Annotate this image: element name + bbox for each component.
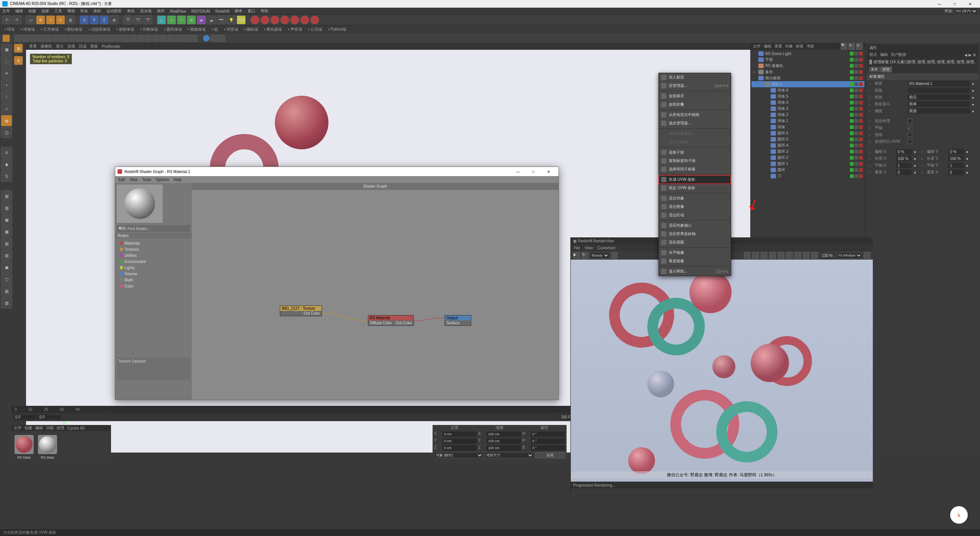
rs-button-1[interactable] [250,15,260,25]
tool-icon[interactable] [145,35,152,42]
node-category[interactable]: Materials [117,240,190,246]
tool-icon[interactable] [76,35,83,42]
menu-item[interactable]: Redshift [216,9,230,13]
tree-row[interactable]: 球体.5 [751,93,864,100]
tool-icon[interactable] [191,35,198,42]
tex-icon[interactable]: ▧ [1,297,12,309]
tree-row[interactable]: 刀 [751,173,864,179]
checkbox[interactable]: ✓ [908,126,912,130]
tree-row[interactable]: 球体.3 [751,106,864,112]
subtab-tag[interactable]: 标签 [880,67,892,72]
node-category[interactable]: Utilities [117,252,190,258]
texture-mode[interactable]: ▦ [1,115,12,126]
viewport-menu-item[interactable]: 显示 [56,44,64,49]
tree-row[interactable]: -空白.1 [751,81,864,87]
tree-row[interactable]: +备份 [751,69,864,75]
tool-icon[interactable] [106,35,113,42]
attr-value[interactable]: 1 [948,163,964,168]
attr-value[interactable]: 0 [896,170,911,175]
object-mode[interactable]: ⬚ [1,56,12,67]
context-menu-item[interactable]: 适合图像 [659,203,731,211]
node-category[interactable]: Color [117,283,190,289]
menu-item[interactable]: 体积 [93,8,101,14]
tool-icon[interactable] [60,35,67,42]
rv-tool-icon[interactable] [611,252,618,259]
workplane-mode[interactable]: ◫ [1,127,12,138]
shader-graph-window[interactable]: Redshift Shader Graph - RS Material.1 — … [115,167,559,400]
objmgr-tab[interactable]: 文件 [753,44,761,49]
tool-icon[interactable] [168,35,175,42]
viewport-menu-item[interactable]: 面板 [90,44,98,49]
menu-item[interactable]: INSYDIUM [191,9,210,13]
light-object[interactable]: 💡 [227,15,236,25]
tree-row[interactable]: 圆环.6 [751,130,864,136]
viewport-menu-item[interactable]: 查看 [29,44,37,49]
tool-icon[interactable] [91,35,98,42]
shader-graph-canvas[interactable]: Shader Graph IMG_2137 : Texture Out Colo… [192,183,559,400]
cube-primitive[interactable]: ◻ [157,15,166,25]
attr-tab[interactable]: 用户数据 [891,52,906,57]
context-menu-item[interactable]: 适应视图 [659,238,731,247]
nurbs-primitive[interactable]: ◠ [177,15,186,25]
material-slot[interactable]: RS Mate [15,435,34,454]
mat-tab[interactable]: Cycles 4D [67,426,85,430]
window-close-button[interactable]: ✕ [962,0,978,8]
aov-select[interactable]: Beauty [590,252,609,258]
environment-object[interactable]: ☁ [207,15,216,25]
context-menu-item[interactable]: 适应对象轴心 [659,221,731,230]
tree-row[interactable]: -细分曲面 [751,75,864,81]
undo-button[interactable]: ↶ [2,15,11,25]
objmgr-tab[interactable]: 编辑 [764,44,771,49]
viewport-menu-item[interactable]: 选项 [67,44,75,49]
menu-item[interactable]: 网格 [67,8,75,14]
menu-item[interactable]: 运动图形 [106,8,122,14]
tool-icon[interactable] [30,35,37,42]
subtab-basic[interactable]: 基本 [869,67,880,72]
rs-button-5[interactable] [290,15,299,25]
rv-tool-icon[interactable] [811,252,818,259]
select-tool[interactable]: ▭ [26,15,35,25]
context-menu-item[interactable]: 生成 UVW 坐标 [659,175,731,184]
mat-tab[interactable]: 编辑 [35,425,43,431]
tree-row[interactable]: 平面 [751,57,864,63]
rv-tool-icon[interactable] [744,252,751,259]
rs-button-6[interactable] [300,15,309,25]
render-button[interactable]: 🎬 [123,15,132,25]
node-category[interactable]: Math [117,277,190,283]
layout-select[interactable]: RS (用户) [954,8,978,14]
psr-button[interactable]: PSR [237,15,246,25]
coord-system[interactable]: ⊕ [109,15,119,25]
context-menu-item[interactable]: 复制标签到子级 [659,157,731,165]
context-menu-item[interactable]: 全部折叠 [659,100,731,109]
window-minimize-button[interactable]: — [932,0,947,8]
render-region-button[interactable]: 🎬 [133,15,142,25]
context-menu-item[interactable]: 选择等同子标签 [659,165,731,173]
shader-minimize[interactable]: — [510,168,526,175]
tool-icon[interactable] [15,35,21,42]
attr-tab[interactable]: 模式 [869,52,877,57]
tex-icon[interactable]: ▥ [1,250,12,261]
rv-tool-icon[interactable] [761,252,768,259]
tree-row[interactable]: 球体 [751,124,864,130]
tex-icon[interactable]: ▨ [1,190,12,202]
tree-row[interactable]: 球体.2 [751,112,864,118]
checkbox[interactable] [908,132,912,137]
tool-icon[interactable] [137,35,144,42]
context-menu-item[interactable]: 场次管理器... [659,119,731,127]
active-tool-icon[interactable]: ▦ [14,44,23,53]
deformer-primitive[interactable]: ◈ [197,15,206,25]
attr-value[interactable]: 前沿 [908,95,970,100]
field-button[interactable]: ▪ 球形域 [222,27,240,32]
redo-button[interactable]: ↷ [12,15,21,25]
tree-row[interactable]: 球体.1 [751,118,864,124]
fit-select[interactable]: Fit Window [836,252,862,258]
tree-row[interactable]: 球体.6 [751,87,864,93]
attr-value[interactable]: 简单 [908,101,970,107]
node-category[interactable]: Lights [117,265,190,271]
context-menu[interactable]: 加入新层层管理器...Shift+F4全部展开全部折叠从所有层次中移除场次管理器… [658,73,731,276]
menu-item[interactable]: 编辑 [15,8,23,14]
point-mode[interactable]: • [1,79,12,91]
context-menu-item[interactable]: 水平镜像 [659,248,731,257]
checkbox[interactable] [908,119,912,123]
tool-icon[interactable] [183,35,190,42]
